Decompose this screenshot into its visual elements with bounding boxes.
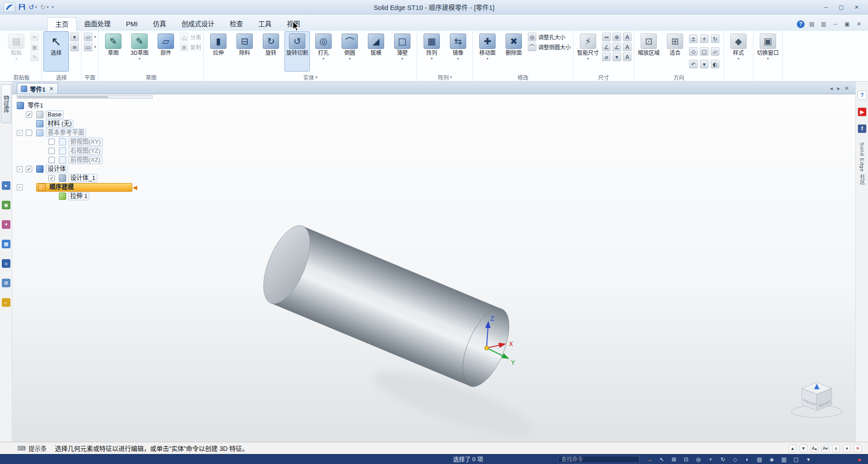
select-filter-button[interactable]: ≡	[70, 43, 79, 51]
smart-dimension-button[interactable]: ⚡智能尺寸▾	[575, 31, 601, 72]
move-face-dropdown-icon[interactable]: ▾	[487, 57, 488, 61]
youtube-icon[interactable]: ▶	[858, 107, 867, 116]
tree-row[interactable]: −顺序建模◀	[17, 183, 166, 192]
abort-icon[interactable]: ●	[855, 455, 863, 464]
angle-between-button[interactable]: ∠	[602, 43, 611, 51]
common-views-button[interactable]: ◇	[689, 45, 699, 58]
view-styles-icon[interactable]: ◐	[743, 455, 752, 464]
format-painter-button[interactable]: ✎	[30, 53, 39, 61]
facebook-icon[interactable]: f	[858, 124, 867, 133]
distance-between-button[interactable]: ↔	[602, 33, 611, 41]
switch-window-button[interactable]: ▣切换窗口▾	[755, 31, 781, 72]
tree-row[interactable]: 材料 (无)	[17, 119, 166, 128]
tab-检查[interactable]: 检查	[222, 17, 251, 31]
help-icon[interactable]: ?	[797, 20, 805, 28]
component-button[interactable]: ▱部件	[153, 31, 178, 72]
art-studio-icon[interactable]: ✶	[2, 220, 10, 229]
tab-创成式设计[interactable]: 创成式设计	[174, 17, 222, 31]
cylinder-model[interactable]	[254, 219, 519, 393]
rotate-view-button[interactable]: ↻	[711, 33, 721, 45]
prompt-options-button[interactable]: ▾	[843, 445, 851, 452]
tree-row[interactable]: −✓设计体	[17, 164, 166, 174]
command-finder-input[interactable]	[558, 456, 640, 463]
mirror-dropdown-icon[interactable]: ▾	[457, 57, 459, 61]
mirror-button[interactable]: ⇆镜像▾	[445, 31, 471, 72]
tab-仿真[interactable]: 仿真	[145, 17, 174, 31]
family-table-icon[interactable]: ⊞	[2, 279, 10, 287]
redo-dropdown-icon[interactable]: ▾	[47, 5, 48, 9]
sensors-icon[interactable]: ◉	[2, 201, 10, 209]
tab-prev-button[interactable]: ◂	[830, 85, 833, 92]
tab-曲面处理[interactable]: 曲面处理	[77, 17, 118, 31]
app-logo-icon[interactable]	[4, 2, 15, 12]
delete-face-button[interactable]: ✖删除面	[501, 31, 526, 72]
sketch-view-button[interactable]: ▱	[711, 45, 721, 58]
tree-row[interactable]: 俯视图(XY)	[17, 137, 166, 146]
document-tab[interactable]: 零件1 ✕	[17, 83, 58, 94]
tree-row[interactable]: 零件1	[17, 101, 166, 110]
coordinate-dimension-button[interactable]: ⊕	[612, 33, 621, 41]
visibility-checkbox[interactable]: ✓	[26, 166, 32, 172]
visibility-checkbox[interactable]: ✓	[26, 111, 32, 118]
visibility-checkbox[interactable]	[48, 157, 55, 163]
undo-dropdown-icon[interactable]: ▾	[35, 5, 37, 9]
select-tool-icon[interactable]: ↖	[657, 455, 666, 464]
cut-button[interactable]: ⊟除料	[232, 31, 257, 72]
pathfinder-hscrollbar[interactable]	[17, 95, 153, 99]
angle-coordinate-button[interactable]: ∠	[612, 43, 621, 51]
more-planes-button[interactable]: ▭▾	[84, 43, 96, 51]
paste-dropdown-icon[interactable]: ▾	[15, 57, 17, 61]
cut-button[interactable]: ✂	[30, 33, 39, 41]
tab-list-close-button[interactable]: ✕	[844, 85, 849, 92]
paste-button[interactable]: ▤粘贴▾	[4, 31, 29, 72]
zoom-button[interactable]: ±	[689, 33, 699, 45]
round-button[interactable]: ⌒倒圆▾	[337, 31, 362, 72]
round-dropdown-icon[interactable]: ▾	[349, 57, 351, 61]
tab-next-button[interactable]: ▸	[837, 85, 840, 92]
pan-icon[interactable]: +	[706, 455, 715, 464]
more-planes-dropdown-icon[interactable]: ▾	[94, 45, 96, 49]
pattern-button[interactable]: ▦阵列▾	[419, 31, 444, 72]
thin-wall-button[interactable]: □薄壁▾	[390, 31, 415, 72]
visibility-checkbox[interactable]	[26, 130, 32, 136]
display-options-icon[interactable]: ▾	[804, 455, 813, 464]
minimize-button[interactable]: ─	[819, 2, 833, 12]
font-increase-button[interactable]: A▴	[810, 445, 818, 452]
common-views-icon[interactable]: ◇	[731, 455, 739, 464]
ribbon-panel-icon[interactable]: ▥	[819, 20, 828, 28]
hole-dropdown-icon[interactable]: ▾	[323, 57, 324, 61]
named-views-button[interactable]: ▾	[700, 58, 710, 70]
tree-row[interactable]: 拉伸 1	[17, 192, 166, 201]
text-scale-up-button[interactable]: A	[623, 33, 632, 41]
style-button[interactable]: ◆样式▾	[726, 31, 751, 72]
sheet-views-icon[interactable]: ▥	[780, 455, 788, 464]
pathfinder-hscroll-thumb[interactable]	[18, 96, 108, 98]
draft-button[interactable]: ◢拔模	[363, 31, 389, 72]
sketch-3d-dropdown-icon[interactable]: ▾	[139, 57, 140, 61]
extrude-button[interactable]: ▮拉伸	[206, 31, 231, 72]
sketch-3d-button[interactable]: ✎3D草图▾	[127, 31, 152, 72]
solids-group-dropdown-icon[interactable]: ▾	[316, 75, 318, 79]
named-views-icon[interactable]: ▤	[755, 455, 764, 464]
prompt-scroll-down-button[interactable]: ▼	[800, 445, 807, 452]
tab-主页[interactable]: 主页	[47, 17, 77, 31]
community-help-icon[interactable]: ?	[858, 91, 867, 100]
pattern-group-dropdown-icon[interactable]: ▾	[450, 75, 452, 79]
window-tile-icon[interactable]: ▢	[792, 455, 800, 464]
collapse-toggle-icon[interactable]: −	[17, 184, 23, 190]
coincident-plane-dropdown-icon[interactable]: ▾	[94, 35, 96, 39]
tab-工具[interactable]: 工具	[251, 17, 279, 31]
hole-button[interactable]: ◎打孔▾	[311, 31, 336, 72]
switch-window-dropdown-icon[interactable]: ▾	[767, 57, 769, 61]
fit-view-icon[interactable]: ⊞	[670, 455, 678, 464]
undo-button[interactable]: ↺ ▾	[29, 4, 37, 10]
collapse-prompt-button[interactable]: ∧	[832, 445, 840, 452]
previous-view-button[interactable]: ↶	[689, 58, 699, 70]
customize-qat-button[interactable]: ▾	[52, 5, 53, 9]
keyshot-icon[interactable]: ⌐	[2, 298, 10, 307]
view-compass[interactable]: FRONT RIGHT	[791, 382, 842, 417]
visibility-checkbox[interactable]: ✓	[48, 175, 55, 181]
doc-minimize-button[interactable]: ─	[831, 20, 840, 28]
pan-button[interactable]: +	[700, 33, 710, 45]
prompt-scroll-up-button[interactable]: ▲	[789, 445, 796, 452]
